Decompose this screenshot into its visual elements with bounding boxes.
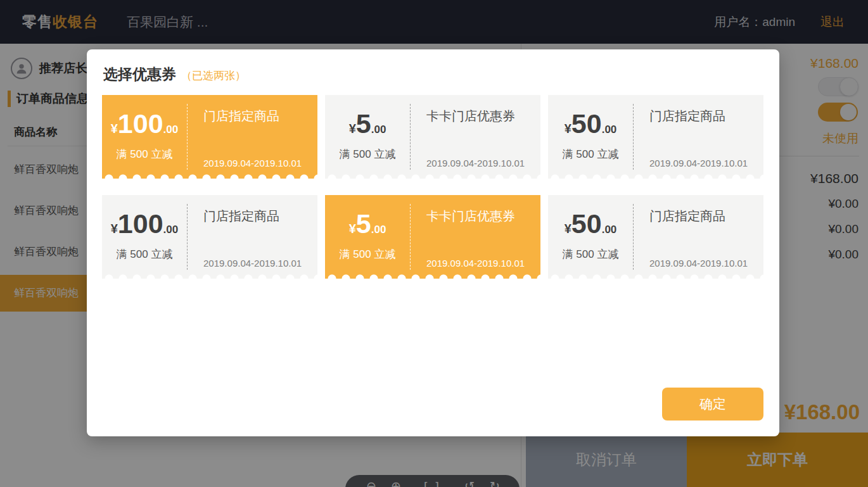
coupon-condition: 满 500 立减 bbox=[340, 247, 396, 262]
coupon-amount: ¥100.00 bbox=[111, 210, 179, 237]
coupon-amount: ¥5.00 bbox=[349, 210, 386, 237]
coupon-card[interactable]: ¥100.00 满 500 立减 门店指定商品 2019.09.04-2019.… bbox=[102, 195, 317, 279]
coupon-condition: 满 500 立减 bbox=[563, 247, 619, 262]
coupon-amount-integer: 50 bbox=[571, 210, 602, 237]
coupon-amount: ¥50.00 bbox=[565, 110, 617, 137]
coupon-value-block: ¥100.00 满 500 立减 bbox=[102, 95, 187, 179]
coupon-amount-integer: 100 bbox=[118, 210, 163, 237]
coupon-info-block: 门店指定商品 2019.09.04-2019.10.01 bbox=[633, 195, 763, 279]
currency-symbol: ¥ bbox=[349, 122, 356, 136]
currency-symbol: ¥ bbox=[565, 222, 571, 236]
coupon-dashed-divider bbox=[633, 104, 634, 170]
coupon-name: 卡卡门店优惠券 bbox=[426, 108, 537, 125]
currency-symbol: ¥ bbox=[349, 222, 356, 236]
coupon-validity-period: 2019.09.04-2019.10.01 bbox=[203, 258, 314, 269]
coupon-value-block: ¥5.00 满 500 立减 bbox=[325, 95, 410, 179]
coupon-name: 门店指定商品 bbox=[649, 108, 760, 125]
coupon-amount-integer: 5 bbox=[356, 210, 371, 237]
coupon-amount-cents: .00 bbox=[602, 224, 617, 236]
coupon-amount: ¥50.00 bbox=[565, 210, 617, 237]
coupon-dashed-divider bbox=[410, 204, 411, 270]
coupon-value-block: ¥50.00 满 500 立减 bbox=[548, 95, 633, 179]
coupon-card[interactable]: ¥5.00 满 500 立减 卡卡门店优惠券 2019.09.04-2019.1… bbox=[325, 95, 540, 179]
coupon-grid: ¥100.00 满 500 立减 门店指定商品 2019.09.04-2019.… bbox=[102, 95, 764, 279]
coupon-info-block: 卡卡门店优惠券 2019.09.04-2019.10.01 bbox=[410, 95, 540, 179]
currency-symbol: ¥ bbox=[565, 122, 571, 136]
coupon-info-block: 卡卡门店优惠券 2019.09.04-2019.10.01 bbox=[410, 195, 540, 279]
coupon-dashed-divider bbox=[187, 204, 188, 270]
coupon-amount: ¥100.00 bbox=[111, 110, 179, 137]
coupon-amount-cents: .00 bbox=[602, 123, 617, 136]
currency-symbol: ¥ bbox=[111, 222, 118, 236]
coupon-dashed-divider bbox=[410, 104, 411, 170]
coupon-amount-cents: .00 bbox=[163, 224, 179, 236]
coupon-validity-period: 2019.09.04-2019.10.01 bbox=[426, 158, 537, 168]
coupon-card[interactable]: ¥50.00 满 500 立减 门店指定商品 2019.09.04-2019.1… bbox=[548, 195, 763, 279]
coupon-condition: 满 500 立减 bbox=[117, 247, 173, 262]
coupon-condition: 满 500 立减 bbox=[563, 147, 619, 161]
coupon-card[interactable]: ¥50.00 满 500 立减 门店指定商品 2019.09.04-2019.1… bbox=[548, 95, 763, 179]
coupon-name: 门店指定商品 bbox=[649, 208, 760, 225]
coupon-card[interactable]: ¥100.00 满 500 立减 门店指定商品 2019.09.04-2019.… bbox=[102, 95, 317, 179]
coupon-select-modal: 选择优惠券 （已选两张） ¥100.00 满 500 立减 门店指定商品 201… bbox=[87, 49, 779, 436]
coupon-condition: 满 500 立减 bbox=[117, 147, 173, 161]
coupon-amount: ¥5.00 bbox=[349, 110, 386, 137]
coupon-amount-cents: .00 bbox=[371, 224, 386, 236]
coupon-validity-period: 2019.09.04-2019.10.01 bbox=[649, 258, 760, 269]
coupon-condition: 满 500 立减 bbox=[340, 147, 396, 161]
coupon-card[interactable]: ¥5.00 满 500 立减 卡卡门店优惠券 2019.09.04-2019.1… bbox=[325, 195, 540, 279]
coupon-amount-integer: 5 bbox=[356, 110, 371, 137]
modal-selected-count: （已选两张） bbox=[181, 68, 246, 83]
coupon-value-block: ¥50.00 满 500 立减 bbox=[548, 195, 633, 279]
coupon-amount-integer: 50 bbox=[571, 110, 602, 137]
coupon-info-block: 门店指定商品 2019.09.04-2019.10.01 bbox=[187, 95, 317, 179]
coupon-validity-period: 2019.09.04-2019.10.01 bbox=[426, 258, 537, 269]
coupon-validity-period: 2019.09.04-2019.10.01 bbox=[649, 158, 760, 168]
coupon-value-block: ¥100.00 满 500 立减 bbox=[102, 195, 187, 279]
coupon-name: 卡卡门店优惠券 bbox=[426, 208, 537, 225]
coupon-amount-cents: .00 bbox=[371, 123, 386, 136]
coupon-value-block: ¥5.00 满 500 立减 bbox=[325, 195, 410, 279]
coupon-dashed-divider bbox=[187, 104, 188, 170]
modal-title-row: 选择优惠券 （已选两张） bbox=[103, 65, 246, 84]
pos-app: 零售收银台 百果园白新 ... 用户名：admin 退出 推荐店长 订单商品信息… bbox=[0, 0, 868, 487]
currency-symbol: ¥ bbox=[111, 122, 118, 136]
coupon-amount-integer: 100 bbox=[118, 110, 163, 137]
coupon-dashed-divider bbox=[633, 204, 634, 270]
modal-title: 选择优惠券 bbox=[103, 65, 176, 84]
coupon-info-block: 门店指定商品 2019.09.04-2019.10.01 bbox=[187, 195, 317, 279]
coupon-name: 门店指定商品 bbox=[203, 108, 314, 125]
coupon-info-block: 门店指定商品 2019.09.04-2019.10.01 bbox=[633, 95, 763, 179]
confirm-button[interactable]: 确定 bbox=[662, 388, 763, 421]
coupon-name: 门店指定商品 bbox=[203, 208, 314, 225]
coupon-validity-period: 2019.09.04-2019.10.01 bbox=[203, 158, 314, 168]
coupon-amount-cents: .00 bbox=[163, 123, 179, 136]
